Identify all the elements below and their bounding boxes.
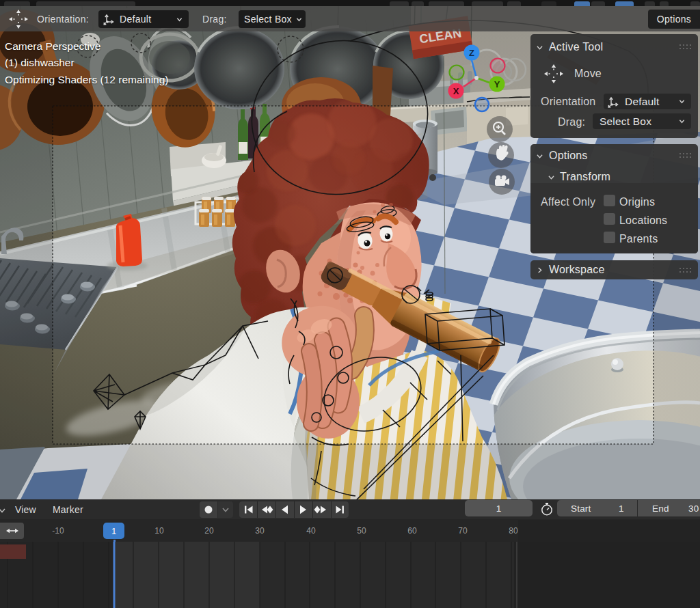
svg-text:X: X — [453, 86, 459, 96]
svg-text:Z: Z — [469, 48, 474, 58]
svg-text:Y: Y — [494, 79, 500, 89]
